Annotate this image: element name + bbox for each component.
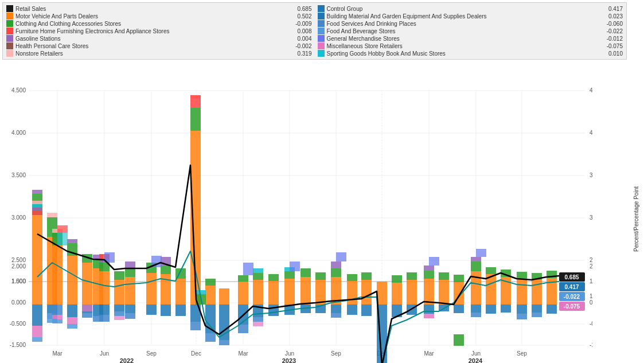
svg-rect-137: [331, 261, 341, 268]
svg-text:0.417: 0.417: [564, 284, 579, 290]
legend-item-retail-sales: Retail Sales 0.685: [6, 5, 312, 12]
legend-label-sporting: Sporting Goods Hobby Book And Music Stor…: [327, 50, 598, 57]
svg-rect-155: [424, 279, 434, 305]
legend-item-general-merch: General Merchandise Stores -0.012: [318, 35, 623, 42]
svg-text:Jun: Jun: [100, 350, 109, 357]
svg-rect-102: [190, 108, 201, 131]
legend-color-gasoline: [6, 35, 13, 42]
legend-color-retail-sales: [6, 5, 13, 12]
legend-label-nonstore: Nonstore Retailers: [15, 50, 287, 57]
chart-container: Retail Sales 0.685 Motor Vehicle And Par…: [0, 0, 644, 363]
svg-rect-170: [471, 305, 481, 313]
svg-rect-190: [32, 208, 42, 211]
svg-rect-126: [284, 271, 295, 279]
svg-rect-60: [52, 305, 63, 315]
legend-label-building: Building Material And Garden Equipment A…: [327, 13, 598, 19]
legend-value-clothing: -0.009: [289, 21, 312, 27]
y-axis-label-text: Percent/Percentage Point: [633, 186, 639, 252]
svg-rect-114: [238, 275, 248, 282]
svg-rect-57: [52, 245, 63, 305]
svg-rect-148: [377, 282, 387, 305]
svg-text:3.000: 3.000: [590, 214, 592, 221]
legend-value-building: 0.023: [600, 13, 623, 19]
svg-text:3.000: 3.000: [11, 214, 26, 221]
legend-label-motor-vehicle: Motor Vehicle And Parts Dealers: [15, 13, 287, 19]
svg-rect-202: [190, 95, 201, 99]
svg-rect-112: [219, 340, 229, 345]
svg-rect-177: [501, 305, 511, 313]
svg-rect-125: [284, 279, 295, 305]
svg-rect-171: [471, 313, 481, 317]
legend-color-misc: [318, 42, 325, 49]
svg-rect-113: [238, 282, 248, 305]
svg-text:3.500: 3.500: [590, 172, 592, 178]
svg-rect-203: [57, 225, 68, 233]
svg-rect-161: [439, 272, 449, 280]
svg-rect-95: [161, 266, 171, 274]
legend-value-furniture: 0.008: [289, 28, 312, 34]
svg-rect-80: [99, 305, 110, 315]
svg-rect-192: [32, 201, 42, 204]
svg-rect-143: [361, 280, 372, 305]
legend-value-nonstore: 0.319: [289, 50, 312, 57]
legend-item-control: Control Group 0.417: [318, 5, 623, 12]
legend-item-health: Health Personal Care Stores -0.002: [6, 42, 312, 49]
svg-rect-65: [67, 305, 77, 317]
svg-rect-136: [331, 268, 341, 277]
svg-rect-48: [32, 190, 42, 194]
svg-rect-173: [486, 267, 496, 274]
svg-text:Dec: Dec: [191, 350, 201, 357]
svg-rect-100: [175, 305, 186, 316]
legend-item-furniture: Furniture Home Furnishing Electronics An…: [6, 28, 312, 34]
svg-rect-133: [315, 272, 326, 280]
svg-rect-152: [407, 280, 417, 305]
svg-rect-181: [517, 314, 527, 319]
legend-value-sporting: 0.010: [600, 50, 623, 57]
legend-label-misc: Miscellaneous Store Retailers: [327, 43, 598, 49]
svg-text:Mar: Mar: [52, 350, 63, 357]
legend-color-clothing: [6, 20, 13, 27]
svg-rect-149: [392, 283, 402, 305]
legend-value-control: 0.417: [600, 6, 623, 12]
svg-rect-199: [253, 322, 263, 326]
svg-rect-184: [532, 305, 542, 313]
svg-text:-0.500: -0.500: [590, 321, 592, 327]
svg-rect-165: [454, 305, 464, 313]
svg-rect-66: [67, 317, 77, 324]
svg-rect-124: [268, 305, 279, 316]
legend-label-clothing: Clothing And Clothing Accessories Stores: [15, 21, 287, 27]
svg-rect-46: [32, 215, 42, 305]
legend-item-clothing: Clothing And Clothing Accessories Stores…: [6, 20, 312, 27]
svg-rect-106: [205, 286, 216, 305]
svg-rect-88: [125, 261, 135, 268]
svg-rect-97: [161, 305, 171, 316]
svg-rect-158: [424, 305, 434, 314]
svg-rect-207: [243, 263, 253, 275]
svg-rect-168: [471, 261, 481, 271]
svg-rect-62: [67, 256, 77, 305]
svg-rect-130: [300, 268, 311, 277]
svg-text:1.500: 1.500: [590, 278, 592, 284]
legend-value-health: -0.002: [289, 43, 312, 49]
legend-item-nonstore: Nonstore Retailers 0.319: [6, 50, 312, 57]
svg-rect-138: [331, 305, 341, 313]
svg-rect-210: [429, 257, 439, 266]
legend-value-misc: -0.075: [600, 43, 623, 49]
svg-rect-166: [454, 334, 464, 346]
legend-item-gasoline: Gasoline Stations 0.004: [6, 35, 312, 42]
svg-rect-209: [336, 252, 346, 261]
svg-rect-119: [253, 268, 263, 273]
svg-rect-197: [82, 305, 92, 311]
legend-label-food-beverage: Food And Beverage Stores: [327, 28, 598, 34]
legend-value-motor-vehicle: 0.502: [289, 13, 312, 19]
svg-rect-109: [205, 333, 216, 342]
svg-rect-116: [238, 325, 248, 333]
legend-color-sporting: [318, 50, 325, 57]
svg-rect-139: [331, 313, 341, 318]
svg-text:-1.500: -1.500: [10, 342, 26, 348]
svg-rect-107: [205, 279, 216, 286]
svg-text:Sep: Sep: [146, 350, 157, 357]
svg-rect-150: [392, 275, 402, 283]
svg-rect-185: [532, 313, 542, 317]
svg-text:2023: 2023: [282, 357, 296, 363]
